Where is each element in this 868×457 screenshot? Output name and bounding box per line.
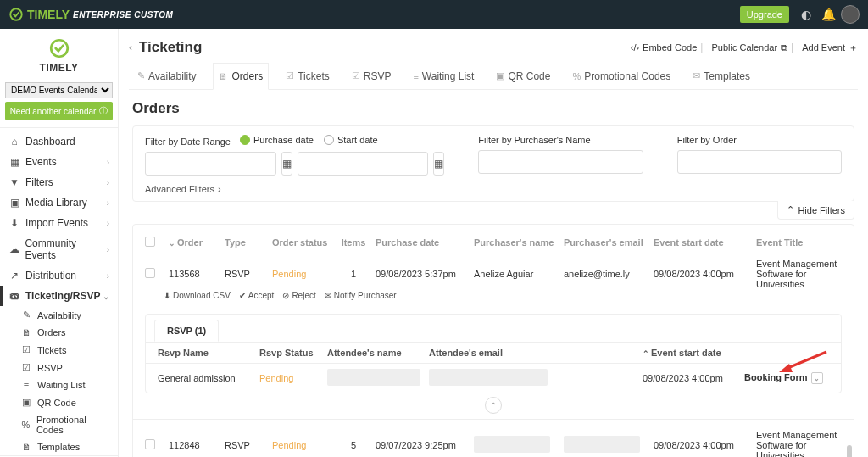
order-input[interactable] (677, 150, 842, 174)
tab-promo[interactable]: %Promotional Codes (567, 63, 676, 89)
radio-purchase-date[interactable]: Purchase date (240, 135, 314, 145)
rh-name[interactable]: Rsvp Name (158, 348, 259, 358)
date-to-calendar-button[interactable]: ▦ (433, 152, 444, 176)
help-icon[interactable]: ◐ (801, 8, 811, 21)
scrollbar[interactable] (847, 445, 852, 457)
calendar-selector[interactable]: DEMO Events Calendar (M… (5, 82, 113, 98)
percent-icon: % (20, 420, 31, 430)
rsvp-tab[interactable]: RSVP (1) (154, 320, 219, 342)
avatar[interactable] (841, 5, 860, 24)
doc-icon: 🗎 (20, 327, 32, 337)
date-to-input[interactable] (298, 152, 429, 176)
th-etitle[interactable]: Event Title (756, 237, 842, 248)
sidebar-item-filters[interactable]: ▼Filters› (0, 172, 118, 192)
subitem-templates[interactable]: 🗎Templates (20, 438, 118, 455)
rh-aname[interactable]: Attendee's name (327, 348, 429, 358)
th-pname[interactable]: Purchaser's name (474, 237, 559, 248)
purchaser-name-input[interactable] (478, 150, 643, 174)
rc-aemail-placeholder (429, 369, 548, 386)
th-pemail[interactable]: Purchaser's email (564, 237, 648, 248)
need-calendar-button[interactable]: Need another calendarⓘ (5, 102, 113, 120)
subitem-rsvp[interactable]: ☑RSVP (20, 359, 118, 376)
subitem-tickets[interactable]: ☑Tickets (20, 341, 118, 359)
public-calendar-link[interactable]: Public Calendar⧉ (711, 42, 787, 53)
th-status[interactable]: Order status (272, 237, 331, 248)
share-icon: ↗ (8, 270, 20, 281)
back-chevron-icon[interactable]: ‹ (129, 42, 132, 53)
date-from-calendar-button[interactable]: ▦ (281, 152, 292, 176)
th-pdate[interactable]: Purchase date (376, 237, 469, 248)
tab-waiting[interactable]: ≡Waiting List (408, 63, 479, 89)
tab-rsvp[interactable]: ☑RSVP (347, 63, 397, 89)
pencil-icon: ✎ (137, 70, 145, 81)
subitem-qrcode[interactable]: ▣QR Code (20, 393, 118, 411)
th-order[interactable]: ⌄Order (169, 237, 220, 248)
sidebar-item-events[interactable]: ▦Events› (0, 152, 118, 172)
sidebar-item-import[interactable]: ⬇Import Events› (0, 213, 118, 233)
sort-asc-icon: ⌃ (643, 349, 649, 358)
tab-qrcode[interactable]: ▣QR Code (491, 63, 555, 89)
ticket-icon: 🎟 (8, 290, 20, 302)
action-reject[interactable]: ⊘Reject (282, 291, 315, 300)
advanced-filters-toggle[interactable]: Advanced Filters› (145, 184, 842, 194)
sidebar-logo: TIMELY (0, 29, 118, 77)
chevron-right-icon: › (107, 178, 109, 187)
row-checkbox[interactable] (145, 268, 155, 278)
action-download-csv[interactable]: ⬇Download CSV (164, 291, 231, 300)
chevron-right-icon: › (107, 219, 109, 228)
tab-templates[interactable]: ✉Templates (687, 63, 755, 89)
row-checkbox[interactable] (145, 439, 155, 449)
cell-order-id[interactable]: 113568 (169, 269, 220, 279)
tab-availability[interactable]: ✎Availability (132, 63, 201, 89)
bell-icon[interactable]: 🔔 (821, 8, 836, 21)
rh-aemail[interactable]: Attendee's email (429, 348, 556, 358)
sidebar-item-dashboard[interactable]: ⌂Dashboard (0, 131, 118, 152)
subitem-availability[interactable]: ✎Availability (20, 306, 118, 324)
cell-pname: Anelize Aguiar (474, 269, 559, 279)
tabs: ✎Availability 🗎Orders ☑Tickets ☑RSVP ≡Wa… (129, 63, 858, 90)
booking-form-dropdown[interactable]: Booking Form⌄ (744, 372, 829, 385)
subitem-waiting[interactable]: ≡Waiting List (20, 376, 118, 393)
add-event-button[interactable]: Add Event＋ (802, 42, 858, 54)
rh-status[interactable]: Rsvp Status (259, 348, 327, 358)
radio-start-date[interactable]: Start date (324, 135, 378, 145)
action-accept[interactable]: ✔Accept (239, 291, 275, 300)
tab-orders[interactable]: 🗎Orders (213, 63, 269, 90)
date-from-input[interactable] (145, 152, 276, 176)
list-icon: ≡ (413, 71, 418, 81)
chevron-right-icon: › (107, 198, 109, 208)
collapse-row-button[interactable]: ⌃ (485, 397, 502, 414)
cancel-icon: ⊘ (282, 291, 289, 300)
section-title: Orders (132, 100, 854, 117)
check-icon: ☑ (20, 362, 32, 373)
rh-start[interactable]: ⌃Event start date (643, 348, 744, 358)
tab-tickets[interactable]: ☑Tickets (281, 63, 335, 89)
action-notify[interactable]: ✉Notify Purchaser (325, 291, 397, 300)
cell-order-id[interactable]: 112848 (169, 440, 220, 450)
th-items[interactable]: Items (337, 237, 370, 248)
hide-filters-button[interactable]: ⌃Hide Filters (777, 201, 854, 220)
upgrade-button[interactable]: Upgrade (740, 6, 789, 23)
rsvp-panel: RSVP (1) Rsvp Name Rsvp Status Attendee'… (145, 314, 842, 393)
select-all-checkbox[interactable] (145, 237, 155, 247)
filter-icon: ▼ (8, 176, 20, 188)
sidebar-item-ticketing[interactable]: 🎟Ticketing/RSVP⌄ (0, 286, 118, 306)
list-icon: ≡ (20, 380, 32, 390)
orders-table: ⌄Order Type Order status Items Purchase … (132, 224, 854, 457)
rc-name: General admission (158, 373, 259, 383)
subitem-orders[interactable]: 🗎Orders (20, 324, 118, 341)
chevron-down-icon: ⌄ (103, 292, 109, 301)
sidebar-item-distribution[interactable]: ↗Distribution› (0, 265, 118, 286)
sidebar-item-community[interactable]: ☁Community Events› (0, 233, 118, 265)
cell-pemail-placeholder (564, 436, 640, 453)
filter-purchaser-label: Filter by Purchaser's Name (478, 135, 643, 145)
calendar-icon: ▦ (282, 158, 292, 170)
th-estart[interactable]: Event start date (654, 237, 751, 248)
subitem-promo[interactable]: %Promotional Codes (20, 411, 118, 438)
th-type[interactable]: Type (225, 237, 267, 248)
qr-icon: ▣ (496, 70, 504, 81)
sidebar-item-media[interactable]: ▣Media Library› (0, 192, 118, 213)
cell-estart: 09/08/2023 4:00pm (654, 269, 751, 279)
code-icon: ‹/› (631, 42, 639, 53)
embed-code-link[interactable]: ‹/›Embed Code (631, 42, 698, 53)
